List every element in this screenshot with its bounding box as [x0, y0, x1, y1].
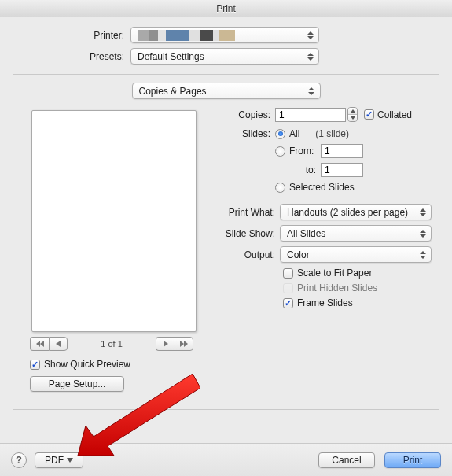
- print-button[interactable]: Print: [384, 452, 441, 468]
- page-setup-button[interactable]: Page Setup...: [30, 376, 124, 392]
- page-setup-label: Page Setup...: [49, 378, 106, 389]
- slides-to-input[interactable]: [321, 163, 363, 177]
- help-button[interactable]: ?: [11, 452, 27, 468]
- presets-select[interactable]: Default Settings: [130, 48, 319, 65]
- next-page-button[interactable]: [156, 337, 175, 351]
- last-page-button[interactable]: [175, 337, 193, 351]
- frame-checkbox[interactable]: [283, 298, 293, 308]
- pdf-menu-button[interactable]: PDF: [35, 452, 83, 468]
- first-page-button[interactable]: [30, 337, 49, 351]
- slides-selected-label: Selected Slides: [289, 182, 355, 193]
- slides-from-input[interactable]: [321, 144, 363, 158]
- slides-to-label: to:: [289, 164, 321, 175]
- print-what-label: Print What:: [222, 207, 280, 218]
- copies-input[interactable]: [275, 108, 346, 122]
- slides-all-radio[interactable]: [275, 129, 285, 139]
- preview-page: [31, 110, 197, 332]
- chevron-updown-icon: [417, 249, 428, 260]
- slide-show-value: All Slides: [287, 228, 325, 239]
- section-value: Copies & Pages: [139, 86, 207, 97]
- slides-all-label: All: [289, 128, 299, 139]
- cancel-label: Cancel: [332, 455, 361, 466]
- printer-label: Printer:: [13, 30, 130, 41]
- slides-from-label: From:: [289, 146, 321, 157]
- collated-checkbox[interactable]: [364, 109, 374, 120]
- print-what-value: Handouts (2 slides per page): [287, 207, 408, 218]
- copies-stepper[interactable]: [347, 107, 358, 122]
- copies-label: Copies:: [222, 109, 275, 120]
- presets-label: Presets:: [13, 51, 130, 62]
- divider: [13, 409, 439, 410]
- output-value: Color: [287, 249, 310, 260]
- output-label: Output:: [222, 249, 280, 260]
- slide-count: (1 slide): [315, 128, 349, 139]
- quick-preview-label: Show Quick Preview: [44, 359, 130, 370]
- chevron-updown-icon: [304, 29, 316, 41]
- presets-value: Default Settings: [138, 51, 204, 62]
- slide-show-label: Slide Show:: [222, 228, 280, 239]
- window-title: Print: [0, 0, 452, 17]
- print-what-select[interactable]: Handouts (2 slides per page): [280, 204, 432, 220]
- printer-name-redacted: [138, 30, 235, 41]
- prev-page-button[interactable]: [49, 337, 68, 351]
- chevron-updown-icon: [417, 206, 428, 218]
- quick-preview-checkbox[interactable]: [30, 360, 40, 370]
- slides-label: Slides:: [222, 128, 275, 139]
- chevron-updown-icon: [306, 85, 318, 97]
- printer-select[interactable]: [130, 27, 319, 43]
- scale-checkbox[interactable]: [283, 268, 293, 279]
- slides-from-radio[interactable]: [275, 146, 285, 157]
- print-label: Print: [403, 455, 423, 466]
- pdf-label: PDF: [45, 455, 64, 466]
- frame-label: Frame Slides: [297, 297, 353, 308]
- page-indicator: 1 of 1: [68, 339, 156, 349]
- output-select[interactable]: Color: [280, 246, 432, 263]
- slide-show-select[interactable]: All Slides: [280, 225, 432, 242]
- cancel-button[interactable]: Cancel: [318, 452, 375, 468]
- chevron-updown-icon: [304, 50, 316, 62]
- triangle-down-icon: [67, 458, 73, 463]
- slides-selected-radio[interactable]: [275, 183, 285, 193]
- divider: [13, 74, 439, 75]
- scale-label: Scale to Fit Paper: [297, 268, 372, 279]
- collated-label: Collated: [377, 109, 412, 120]
- hidden-checkbox: [283, 283, 293, 293]
- hidden-label: Print Hidden Slides: [297, 282, 377, 293]
- section-select[interactable]: Copies & Pages: [132, 83, 321, 99]
- chevron-updown-icon: [417, 227, 428, 239]
